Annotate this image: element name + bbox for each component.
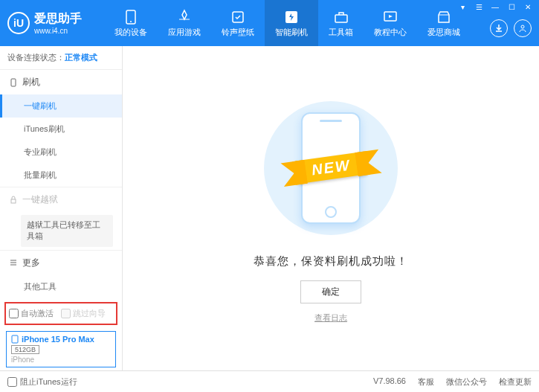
- sidebar: 设备连接状态：正常模式 刷机 一键刷机iTunes刷机专业刷机批量刷机 一键越狱…: [0, 46, 123, 370]
- toolbox-icon: [333, 9, 349, 25]
- sidebar-item-iTunes刷机[interactable]: iTunes刷机: [0, 118, 122, 141]
- sidebar-item-下载固件[interactable]: 下载固件: [0, 298, 122, 299]
- view-log-link[interactable]: 查看日志: [314, 312, 347, 324]
- device-storage: 512GB: [11, 345, 39, 354]
- svg-rect-8: [11, 199, 16, 203]
- success-message: 恭喜您，保资料刷机成功啦！: [254, 254, 408, 269]
- footer-link-wechat[interactable]: 微信公众号: [446, 376, 487, 388]
- skin-icon[interactable]: ☰: [474, 3, 484, 11]
- sidebar-section-more[interactable]: 更多: [0, 251, 122, 275]
- skip-guide-checkbox[interactable]: 跳过向导: [61, 308, 106, 319]
- main-content: NEW 恭喜您，保资料刷机成功啦！ 确定 查看日志: [123, 46, 539, 370]
- device-info[interactable]: iPhone 15 Pro Max 512GB iPhone: [6, 331, 116, 367]
- logo-title: 爱思助手: [34, 11, 82, 27]
- nav-ringtone[interactable]: 铃声壁纸: [211, 0, 265, 46]
- list-icon: [9, 258, 18, 267]
- app-header: iU 爱思助手 www.i4.cn 我的设备应用游戏铃声壁纸智能刷机工具箱教程中…: [0, 0, 539, 46]
- device-type: iPhone: [11, 356, 111, 364]
- tutorial-icon: [382, 9, 398, 25]
- success-illustration: NEW: [256, 94, 405, 242]
- svg-rect-4: [335, 15, 347, 22]
- device-icon: [11, 335, 19, 344]
- flash-icon: [283, 9, 300, 25]
- sidebar-section-flash[interactable]: 刷机: [0, 70, 122, 94]
- block-itunes-checkbox[interactable]: 阻止iTunes运行: [7, 376, 77, 388]
- sidebar-section-jailbreak: 一键越狱: [0, 187, 122, 212]
- nav-apps[interactable]: 应用游戏: [158, 0, 211, 46]
- top-nav: 我的设备应用游戏铃声壁纸智能刷机工具箱教程中心爱思商城: [104, 0, 471, 46]
- jailbreak-note[interactable]: 越狱工具已转移至工具箱: [21, 215, 113, 247]
- svg-rect-9: [12, 335, 18, 343]
- minimize-icon[interactable]: —: [490, 3, 500, 11]
- menu-icon[interactable]: ▾: [457, 3, 468, 11]
- footer-link-update[interactable]: 检查更新: [499, 376, 532, 388]
- user-icon[interactable]: [514, 19, 532, 37]
- version-label: V7.98.66: [373, 376, 406, 388]
- status-value: 正常模式: [65, 53, 97, 62]
- auto-activate-checkbox[interactable]: 自动激活: [9, 308, 54, 319]
- svg-point-6: [521, 25, 524, 28]
- svg-point-1: [130, 21, 132, 22]
- status-label: 设备连接状态：: [7, 53, 65, 62]
- ok-button[interactable]: 确定: [300, 280, 361, 303]
- device-name: iPhone 15 Pro Max: [22, 335, 94, 344]
- apps-icon: [176, 9, 193, 25]
- logo-url: www.i4.cn: [34, 27, 82, 35]
- store-icon: [436, 9, 452, 25]
- window-controls: ▾ ☰ — ☐ ✕: [457, 3, 533, 11]
- close-icon[interactable]: ✕: [523, 3, 533, 11]
- footer: 阻止iTunes运行 V7.98.66 客服 微信公众号 检查更新: [0, 370, 539, 392]
- nav-device[interactable]: 我的设备: [104, 0, 158, 46]
- logo-icon: iU: [7, 12, 30, 34]
- sidebar-item-专业刷机[interactable]: 专业刷机: [0, 141, 122, 164]
- sidebar-item-一键刷机[interactable]: 一键刷机: [0, 94, 122, 118]
- options-highlight-box: 自动激活 跳过向导: [4, 302, 117, 325]
- nav-flash[interactable]: 智能刷机: [265, 0, 318, 46]
- connection-status: 设备连接状态：正常模式: [0, 46, 122, 70]
- nav-tutorial[interactable]: 教程中心: [364, 0, 417, 46]
- sidebar-item-批量刷机[interactable]: 批量刷机: [0, 164, 122, 187]
- lock-icon: [9, 196, 18, 205]
- maximize-icon[interactable]: ☐: [506, 3, 517, 11]
- footer-link-support[interactable]: 客服: [418, 376, 434, 388]
- sidebar-item-其他工具[interactable]: 其他工具: [0, 275, 122, 298]
- app-logo: iU 爱思助手 www.i4.cn: [7, 11, 82, 35]
- download-icon[interactable]: [490, 19, 508, 37]
- phone-icon: [9, 78, 18, 87]
- nav-toolbox[interactable]: 工具箱: [318, 0, 364, 46]
- ringtone-icon: [230, 9, 246, 25]
- device-icon: [123, 9, 139, 25]
- svg-rect-7: [11, 79, 16, 86]
